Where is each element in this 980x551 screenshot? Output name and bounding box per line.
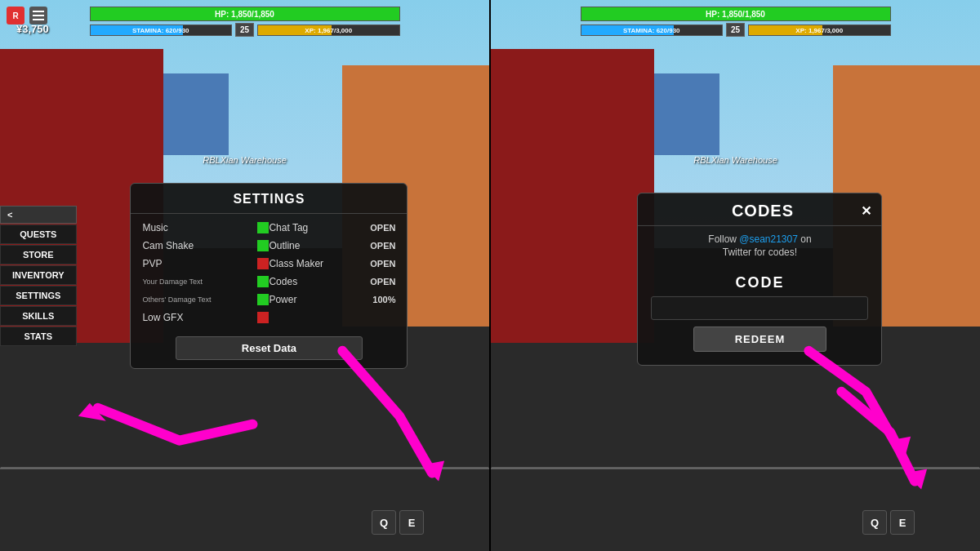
sidebar-nav: < QUESTS STORE INVENTORY SETTINGS SKILLS… — [0, 206, 77, 346]
setting-lowgfx: Low GFX — [142, 310, 269, 325]
setting-camshake: Cam Shake — [142, 238, 269, 253]
settings-right-col: Chat Tag OPEN Outline OPEN Class Maker O… — [269, 220, 395, 325]
setting-otherdmg: Others' Damage Text — [142, 292, 269, 307]
settings-modal: SETTINGS Music Cam Shake PVP Your Damage… — [130, 183, 408, 369]
xp-bar-r: XP: 1,967/3,000 — [748, 24, 890, 36]
sidebar-item-quests[interactable]: QUESTS — [0, 224, 77, 244]
hp-bar-r: HP: 1,850/1,850 — [581, 7, 891, 21]
settings-left-col: Music Cam Shake PVP Your Damage Text Oth… — [142, 220, 269, 325]
sidebar-item-stats[interactable]: STATS — [0, 327, 77, 346]
sidebar-collapse-btn[interactable]: < — [0, 206, 77, 224]
codes-header: CODES ✕ — [638, 193, 881, 225]
level-badge: 25 — [235, 23, 254, 37]
roblox-logo: R — [7, 7, 24, 24]
settings-grid: Music Cam Shake PVP Your Damage Text Oth… — [131, 214, 407, 331]
sidebar-item-inventory[interactable]: INVENTORY — [0, 265, 77, 285]
stamina-bar: STAMINA: 620/930 — [90, 24, 232, 36]
toggle-yourdmg[interactable] — [257, 276, 269, 287]
setting-chattag: Chat Tag OPEN — [269, 220, 395, 235]
currency-display: ¥3,750 — [16, 23, 49, 35]
setting-otherdmg-label: Others' Damage Text — [142, 295, 252, 304]
toggle-otherdmg[interactable] — [257, 294, 269, 305]
level-badge-r: 25 — [726, 23, 745, 37]
warehouse-sign: RBLXian Warehouse — [203, 155, 287, 165]
toggle-pvp[interactable] — [257, 258, 269, 269]
setting-pvp-label: PVP — [142, 258, 252, 269]
blue-building — [163, 73, 229, 155]
codes-follow-text: Follow @sean21307 onTwitter for codes! — [638, 225, 881, 266]
setting-power: Power 100% — [269, 292, 395, 307]
setting-pvp: PVP — [142, 256, 269, 271]
setting-classmaker-label: Class Maker — [269, 258, 365, 269]
xp-text: XP: 1,967/3,000 — [305, 26, 352, 33]
hp-bar: HP: 1,850/1,850 — [90, 7, 400, 21]
stamina-text-r: STAMINA: 620/930 — [623, 26, 680, 33]
xp-text-r: XP: 1,967/3,000 — [795, 26, 843, 33]
setting-outline-label: Outline — [269, 240, 365, 251]
red-building-r — [491, 49, 654, 343]
setting-power-label: Power — [269, 294, 368, 305]
hp-text: HP: 1,850/1,850 — [215, 10, 274, 19]
toggle-lowgfx[interactable] — [257, 312, 269, 323]
secondary-bars: STAMINA: 620/930 25 XP: 1,967/3,000 — [90, 23, 400, 37]
setting-music-label: Music — [142, 222, 252, 233]
setting-outline: Outline OPEN — [269, 238, 395, 253]
setting-yourdmg: Your Damage Text — [142, 274, 269, 289]
e-button[interactable]: E — [399, 510, 424, 535]
menu-icon[interactable] — [29, 7, 47, 24]
e-button-r[interactable]: E — [890, 510, 915, 535]
q-button[interactable]: Q — [372, 510, 396, 535]
code-input-label: CODE — [651, 274, 868, 291]
sidebar-item-store[interactable]: STORE — [0, 245, 77, 264]
right-panel: RBLXian Warehouse HP: 1,850/1,850 STAMIN… — [491, 0, 980, 551]
secondary-bars-r: STAMINA: 620/930 25 XP: 1,967/3,000 — [581, 23, 891, 37]
setting-chattag-value[interactable]: OPEN — [370, 223, 395, 233]
code-input-area: CODE — [651, 274, 868, 320]
settings-title: SETTINGS — [131, 184, 407, 214]
left-panel: RBLXian Warehouse R HP: 1,850/1,850 STAM… — [0, 0, 489, 551]
qe-buttons: Q E — [372, 510, 424, 535]
setting-power-value: 100% — [372, 295, 395, 304]
setting-outline-value[interactable]: OPEN — [370, 241, 395, 251]
stamina-bar-r: STAMINA: 620/930 — [581, 24, 723, 36]
hud-top: HP: 1,850/1,850 STAMINA: 620/930 25 XP: … — [0, 7, 489, 37]
qe-buttons-r: Q E — [862, 510, 915, 535]
hp-text-r: HP: 1,850/1,850 — [706, 10, 765, 19]
setting-codes-value[interactable]: OPEN — [370, 277, 395, 287]
redeem-button[interactable]: REDEEM — [693, 327, 827, 352]
reset-data-button[interactable]: Reset Data — [176, 336, 363, 360]
twitter-handle: @sean21307 — [739, 233, 798, 244]
xp-bar: XP: 1,967/3,000 — [257, 24, 399, 36]
stamina-text: STAMINA: 620/930 — [132, 26, 189, 33]
warehouse-sign-r: RBLXian Warehouse — [693, 155, 777, 165]
setting-classmaker: Class Maker OPEN — [269, 256, 395, 271]
codes-modal: CODES ✕ Follow @sean21307 onTwitter for … — [637, 192, 882, 366]
blue-building-r — [654, 73, 719, 155]
setting-music: Music — [142, 220, 269, 235]
codes-title: CODES — [664, 201, 861, 220]
sidebar-item-skills[interactable]: SKILLS — [0, 306, 77, 326]
setting-yourdmg-label: Your Damage Text — [142, 278, 252, 286]
hud-top-r: HP: 1,850/1,850 STAMINA: 620/930 25 XP: … — [491, 7, 980, 37]
road-line — [0, 467, 489, 469]
setting-chattag-label: Chat Tag — [269, 222, 365, 233]
code-input-field[interactable] — [651, 296, 868, 320]
setting-lowgfx-label: Low GFX — [142, 312, 252, 323]
q-button-r[interactable]: Q — [862, 510, 887, 535]
road-line-r — [491, 467, 980, 469]
setting-classmaker-value[interactable]: OPEN — [370, 259, 395, 269]
codes-close-button[interactable]: ✕ — [861, 202, 871, 218]
sidebar-item-settings[interactable]: SETTINGS — [0, 286, 77, 305]
setting-codes-label: Codes — [269, 276, 365, 287]
setting-codes: Codes OPEN — [269, 274, 395, 289]
toggle-camshake[interactable] — [257, 240, 269, 251]
setting-camshake-label: Cam Shake — [142, 240, 252, 251]
toggle-music[interactable] — [257, 222, 269, 233]
